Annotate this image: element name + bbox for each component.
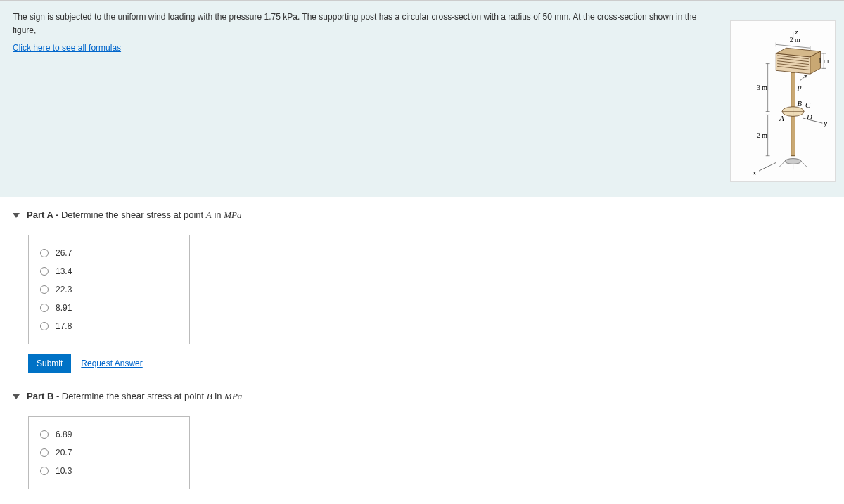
figure-panel: z 2 m 1 m p A B: [730, 20, 836, 182]
point-B-label: B: [797, 99, 802, 108]
parts-area: Part A - Determine the shear stress at p…: [0, 197, 844, 504]
radio-icon: [40, 304, 49, 312]
radius-units: mm.: [552, 12, 573, 22]
axis-y-label: y: [823, 119, 827, 127]
radius-value: 50: [543, 12, 552, 22]
figure-svg: z 2 m 1 m p A B: [735, 25, 831, 177]
radio-icon: [40, 285, 49, 294]
part-a-options: 26.7 13.4 22.3 8.91 17.8: [28, 235, 190, 344]
pressure-value: 1.75: [264, 12, 281, 22]
radio-icon: [40, 448, 49, 457]
radio-icon: [40, 322, 49, 330]
part-b-options: 6.89 20.7 10.3: [28, 416, 190, 489]
part-label: Part A -: [27, 209, 61, 220]
part-label: Part B -: [27, 391, 62, 401]
svg-marker-16: [804, 75, 807, 78]
part-desc: Determine the shear stress at point: [62, 391, 207, 401]
option-label: 26.7: [56, 248, 72, 258]
part-desc: Determine the shear stress at point: [61, 209, 206, 220]
option-row[interactable]: 8.91: [40, 299, 178, 317]
radio-icon: [40, 267, 49, 276]
option-label: 6.89: [56, 429, 72, 439]
dim-3m: 3 m: [757, 84, 767, 91]
formulas-link[interactable]: Click here to see all formulas: [13, 41, 121, 55]
part-a-actions: Submit Request Answer: [28, 354, 831, 373]
problem-statement-panel: The sign is subjected to the uniform win…: [0, 0, 844, 197]
svg-line-31: [759, 162, 776, 171]
option-label: 17.8: [56, 321, 72, 331]
option-row[interactable]: 20.7: [40, 444, 178, 462]
part-point: A: [206, 209, 212, 220]
radio-icon: [40, 430, 49, 439]
axis-z-label: z: [794, 27, 798, 36]
dim-2m-bot: 2 m: [757, 131, 767, 139]
radio-icon: [40, 467, 49, 475]
dim-1m: 1 m: [819, 57, 829, 65]
part-point: B: [207, 391, 212, 401]
axis-x-label: x: [752, 168, 756, 176]
part-unit: MPa: [224, 391, 242, 401]
part-a: Part A - Determine the shear stress at p…: [13, 209, 831, 373]
part-a-title: Part A - Determine the shear stress at p…: [27, 209, 241, 221]
submit-button[interactable]: Submit: [28, 354, 71, 373]
part-unit: MPa: [224, 209, 241, 220]
part-b-header[interactable]: Part B - Determine the shear stress at p…: [13, 391, 831, 402]
svg-line-28: [779, 161, 785, 167]
option-row[interactable]: 13.4: [40, 262, 178, 280]
option-row[interactable]: 10.3: [40, 462, 178, 480]
option-row[interactable]: 22.3: [40, 280, 178, 299]
option-row[interactable]: 6.89: [40, 425, 178, 444]
point-C-label: C: [805, 101, 811, 109]
part-a-header[interactable]: Part A - Determine the shear stress at p…: [13, 209, 831, 221]
part-b: Part B - Determine the shear stress at p…: [13, 391, 831, 489]
pressure-label: p: [797, 82, 802, 91]
option-label: 8.91: [56, 303, 72, 313]
option-label: 20.7: [56, 448, 72, 458]
caret-down-icon: [13, 394, 20, 399]
request-answer-link[interactable]: Request Answer: [81, 358, 142, 368]
option-label: 13.4: [56, 266, 72, 276]
option-row[interactable]: 17.8: [40, 317, 178, 335]
point-A-label: A: [779, 114, 784, 122]
text-segment: The sign is subjected to the uniform win…: [13, 12, 264, 22]
dim-2m-top: 2 m: [790, 36, 800, 44]
part-b-title: Part B - Determine the shear stress at p…: [27, 391, 242, 402]
text-segment: The supporting post has a circular cross…: [302, 12, 542, 22]
svg-point-27: [785, 159, 801, 164]
unit-prefix: in: [212, 209, 224, 220]
option-label: 22.3: [56, 285, 72, 295]
caret-down-icon: [13, 213, 20, 218]
radio-icon: [40, 249, 49, 257]
svg-line-9: [776, 44, 810, 48]
option-label: 10.3: [56, 466, 72, 476]
unit-prefix: in: [212, 391, 224, 401]
pressure-units: kPa.: [281, 12, 302, 22]
problem-text: The sign is subjected to the uniform win…: [13, 11, 716, 56]
svg-line-29: [801, 161, 807, 167]
option-row[interactable]: 26.7: [40, 244, 178, 262]
